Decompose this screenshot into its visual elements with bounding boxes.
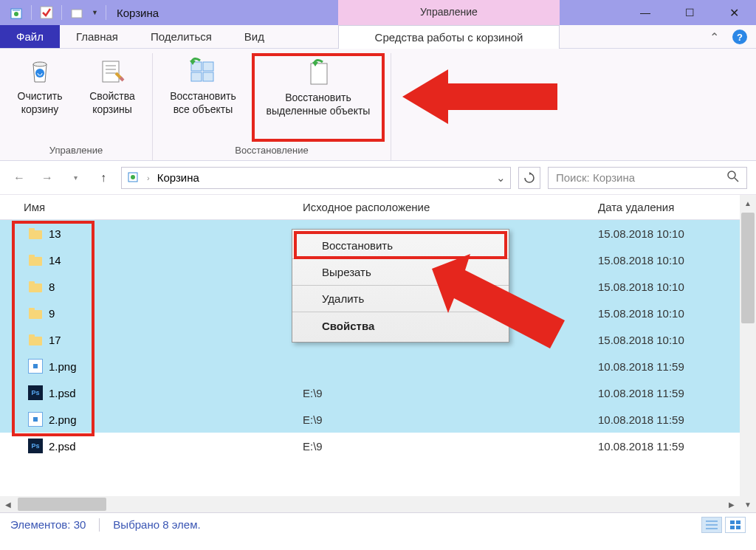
file-name: 9 bbox=[49, 307, 55, 320]
empty-recycle-bin-button[interactable]: Очиститькорзину bbox=[6, 53, 74, 142]
svg-rect-12 bbox=[191, 72, 202, 81]
file-date: 15.08.2018 10:10 bbox=[585, 254, 756, 267]
svg-rect-40 bbox=[736, 526, 740, 529]
svg-line-22 bbox=[735, 178, 738, 182]
search-box[interactable]: Поиск: Корзина bbox=[548, 167, 747, 189]
restore-all-icon bbox=[187, 56, 219, 86]
annotation-arrow-context bbox=[432, 254, 572, 365]
tab-share[interactable]: Поделиться bbox=[134, 25, 228, 48]
chevron-right-icon[interactable]: › bbox=[147, 173, 150, 182]
svg-point-1 bbox=[14, 12, 18, 16]
maximize-button[interactable]: ☐ bbox=[667, 0, 712, 25]
svg-point-5 bbox=[35, 69, 44, 78]
tab-file[interactable]: Файл bbox=[0, 25, 60, 48]
svg-rect-37 bbox=[730, 520, 735, 524]
close-button[interactable]: ✕ bbox=[712, 0, 756, 25]
tab-home[interactable]: Главная bbox=[60, 25, 134, 48]
file-date: 10.08.2018 11:59 bbox=[585, 387, 756, 399]
svg-point-4 bbox=[33, 62, 47, 66]
svg-marker-33 bbox=[432, 254, 565, 348]
file-date: 15.08.2018 10:10 bbox=[585, 307, 756, 320]
recycle-bin-icon bbox=[7, 4, 25, 21]
svg-rect-30 bbox=[29, 308, 35, 312]
status-bar: Элементов: 30 Выбрано 8 элем. bbox=[0, 512, 756, 536]
ribbon-tabs: Файл Главная Поделиться Вид Средства раб… bbox=[0, 25, 756, 49]
table-row[interactable]: 2.pngE:\910.08.2018 11:59 bbox=[0, 406, 756, 433]
image-file-icon bbox=[28, 412, 43, 427]
table-row[interactable]: 1.png10.08.2018 11:59 bbox=[0, 353, 756, 379]
svg-rect-15 bbox=[311, 63, 327, 84]
nav-forward-button[interactable]: → bbox=[37, 168, 58, 188]
horizontal-scrollbar[interactable]: ◀ ▶ bbox=[0, 496, 740, 512]
column-location[interactable]: Исходное расположение bbox=[289, 201, 585, 213]
file-name: 17 bbox=[49, 334, 61, 346]
file-location: E:\9 bbox=[289, 387, 585, 399]
table-row[interactable]: Ps2.psdE:\910.08.2018 11:59 bbox=[0, 433, 756, 459]
details-view-icon[interactable] bbox=[701, 517, 722, 533]
folder-icon bbox=[28, 332, 43, 347]
file-location: E:\9 bbox=[289, 440, 585, 453]
tab-recycle-tools[interactable]: Средства работы с корзиной bbox=[338, 25, 560, 49]
scroll-down-icon[interactable]: ▼ bbox=[740, 496, 756, 512]
minimize-button[interactable]: — bbox=[623, 0, 667, 25]
annotation-arrow-ribbon bbox=[402, 65, 557, 128]
ribbon-group-manage: Очиститькорзину Свойствакорзины Управлен… bbox=[0, 53, 153, 160]
svg-rect-26 bbox=[29, 255, 35, 258]
scroll-up-icon[interactable]: ▲ bbox=[740, 195, 756, 211]
ribbon-group-restore: Восстановитьвсе объекты Восстановитьвыде… bbox=[153, 53, 391, 160]
svg-rect-2 bbox=[41, 7, 52, 18]
svg-point-19 bbox=[131, 175, 135, 179]
scroll-left-icon[interactable]: ◀ bbox=[0, 496, 16, 512]
address-location: Корзина bbox=[157, 171, 199, 184]
tab-view[interactable]: Вид bbox=[228, 25, 281, 48]
file-date: 10.08.2018 11:59 bbox=[585, 360, 756, 373]
restore-selected-icon bbox=[302, 58, 334, 87]
window-controls: — ☐ ✕ bbox=[623, 0, 756, 25]
image-file-icon bbox=[28, 359, 43, 374]
qat-dropdown-icon[interactable]: ▼ bbox=[90, 9, 100, 16]
table-row[interactable]: Ps1.psdE:\910.08.2018 11:59 bbox=[0, 379, 756, 406]
help-icon[interactable]: ? bbox=[732, 30, 747, 44]
properties-icon bbox=[96, 56, 128, 86]
thumbnails-view-icon[interactable] bbox=[725, 517, 746, 533]
folder-icon bbox=[28, 306, 43, 320]
svg-rect-38 bbox=[736, 520, 740, 524]
address-box[interactable]: › Корзина ⌄ bbox=[121, 167, 511, 189]
recycle-bin-path-icon bbox=[126, 170, 140, 185]
psd-file-icon: Ps bbox=[28, 439, 43, 453]
nav-recent-dropdown[interactable]: ▾ bbox=[65, 168, 86, 188]
address-dropdown-icon[interactable]: ⌄ bbox=[496, 171, 506, 185]
svg-rect-32 bbox=[29, 334, 35, 338]
column-date[interactable]: Дата удаления bbox=[585, 201, 756, 213]
svg-rect-3 bbox=[72, 10, 82, 18]
restore-selected-button[interactable]: Восстановитьвыделенные объекты bbox=[252, 53, 385, 142]
empty-bin-icon bbox=[24, 56, 56, 86]
new-folder-icon[interactable] bbox=[68, 4, 86, 21]
properties-checkbox-icon[interactable] bbox=[38, 4, 55, 21]
nav-up-button[interactable]: ↑ bbox=[93, 168, 114, 188]
nav-back-button[interactable]: ← bbox=[9, 168, 30, 188]
refresh-button[interactable] bbox=[518, 167, 540, 189]
scroll-thumb[interactable] bbox=[741, 213, 755, 323]
svg-rect-11 bbox=[203, 62, 213, 71]
column-name[interactable]: Имя bbox=[0, 201, 289, 213]
psd-file-icon: Ps bbox=[28, 385, 43, 400]
recycle-bin-properties-button[interactable]: Свойствакорзины bbox=[78, 53, 146, 142]
file-name: 8 bbox=[49, 281, 55, 293]
file-date: 10.08.2018 11:59 bbox=[585, 440, 756, 453]
scroll-thumb-h[interactable] bbox=[18, 498, 106, 511]
restore-all-button[interactable]: Восстановитьвсе объекты bbox=[159, 53, 247, 142]
search-icon bbox=[727, 171, 739, 185]
file-name: 2.psd bbox=[49, 440, 76, 453]
file-list-area: Имя Исходное расположение Дата удаления … bbox=[0, 195, 756, 512]
file-name: 1.psd bbox=[49, 387, 76, 399]
svg-rect-28 bbox=[29, 281, 35, 285]
vertical-scrollbar[interactable]: ▲ ▼ bbox=[740, 195, 756, 512]
svg-rect-39 bbox=[730, 526, 735, 529]
collapse-ribbon-icon[interactable]: ⌃ bbox=[709, 30, 719, 44]
window-title: Корзина bbox=[117, 7, 159, 19]
svg-rect-6 bbox=[103, 61, 119, 82]
scroll-right-icon[interactable]: ▶ bbox=[724, 496, 740, 512]
column-headers: Имя Исходное расположение Дата удаления bbox=[0, 195, 756, 220]
file-name: 13 bbox=[49, 227, 61, 240]
